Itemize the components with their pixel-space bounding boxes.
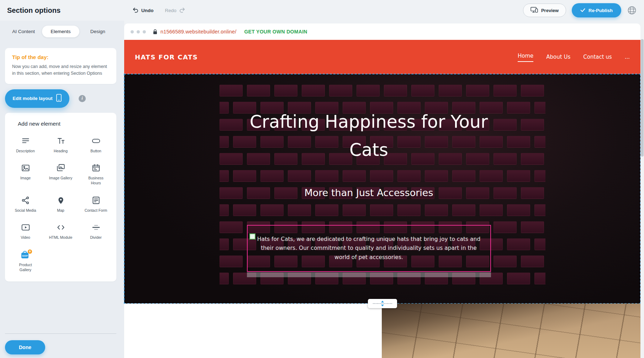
add-element-title: Add new element bbox=[8, 121, 114, 127]
element-item-button[interactable]: Button bbox=[78, 136, 114, 154]
lock-icon bbox=[153, 29, 157, 35]
element-drag-handle[interactable] bbox=[249, 233, 255, 239]
element-item-contact-form[interactable]: Contact Form bbox=[78, 195, 114, 213]
next-section-photo bbox=[382, 304, 640, 358]
check-icon bbox=[580, 8, 585, 13]
top-toolbar: Section options Undo Redo bbox=[0, 0, 644, 21]
site-nav: Home About Us Contact us ... bbox=[518, 52, 630, 62]
history-controls: Undo Redo bbox=[132, 0, 185, 21]
element-item-html-module[interactable]: HTML Module bbox=[43, 222, 78, 240]
image-gallery-icon bbox=[56, 163, 65, 173]
site-url: n1566589.websitebuilder.online/ bbox=[160, 29, 236, 35]
topbar-actions: Preview Re-Publish bbox=[523, 3, 637, 17]
image-icon bbox=[21, 163, 30, 173]
nav-item-more[interactable]: ... bbox=[625, 53, 630, 61]
edit-mobile-layout-button[interactable]: Edit mobile layout bbox=[5, 89, 69, 108]
nav-item-contact-us[interactable]: Contact us bbox=[583, 53, 612, 61]
done-button[interactable]: Done bbox=[5, 340, 45, 354]
element-item-image[interactable]: Image bbox=[8, 163, 43, 185]
footer-divider bbox=[5, 333, 116, 334]
next-section bbox=[124, 304, 640, 358]
get-domain-link[interactable]: GET YOUR OWN DOMAIN bbox=[242, 28, 309, 35]
element-item-image-gallery[interactable]: Image Gallery bbox=[43, 163, 78, 185]
redo-icon bbox=[179, 7, 185, 14]
site-header: HATS FOR CATS Home About Us Contact us .… bbox=[124, 40, 640, 74]
photo-shadow bbox=[382, 304, 640, 358]
edit-mobile-label: Edit mobile layout bbox=[13, 96, 53, 101]
sidebar-tabs: AI Content Elements Design bbox=[5, 26, 116, 37]
info-icon[interactable]: i bbox=[79, 95, 86, 102]
divider-icon bbox=[91, 222, 101, 233]
website-canvas: HATS FOR CATS Home About Us Contact us .… bbox=[124, 40, 640, 358]
hero-paragraph: Hats for Cats, we are dedicated to craft… bbox=[253, 235, 485, 262]
next-section-white-block bbox=[124, 304, 382, 358]
button-icon bbox=[91, 136, 101, 146]
tab-design[interactable]: Design bbox=[79, 26, 116, 37]
hero-heading[interactable]: Crafting Happiness for Your Cats bbox=[244, 108, 493, 164]
preview-devices-icon bbox=[530, 7, 538, 14]
mobile-layout-row: Edit mobile layout i bbox=[5, 89, 116, 108]
contact-form-icon bbox=[91, 195, 101, 206]
tip-of-the-day-card: Tip of the day: Now you can add, move an… bbox=[5, 48, 116, 84]
element-grid: Description Heading Button Image bbox=[8, 136, 114, 272]
hero-paragraph-selection[interactable]: Hats for Cats, we are dedicated to craft… bbox=[247, 225, 491, 272]
redo-button[interactable]: Redo bbox=[165, 7, 185, 14]
nav-item-home[interactable]: Home bbox=[518, 52, 533, 62]
vertical-scrollbar bbox=[640, 21, 644, 358]
map-pin-icon bbox=[56, 195, 65, 206]
tip-body: Now you can add, move and resize any ele… bbox=[12, 63, 109, 77]
resize-arrow-down-icon bbox=[381, 305, 384, 306]
tab-ai-content[interactable]: AI Content bbox=[5, 26, 42, 37]
element-item-heading[interactable]: Heading bbox=[43, 136, 78, 154]
element-item-video[interactable]: Video bbox=[8, 222, 43, 240]
element-item-product-gallery[interactable]: SHOP Product Gallery bbox=[8, 249, 43, 272]
redo-label: Redo bbox=[165, 8, 176, 13]
browser-chrome-bar: n1566589.websitebuilder.online/ GET YOUR… bbox=[124, 23, 640, 40]
html-code-icon bbox=[56, 222, 65, 233]
hero-section[interactable]: Crafting Happiness for Your Cats More th… bbox=[124, 74, 640, 304]
business-hours-icon bbox=[91, 163, 101, 173]
republish-button[interactable]: Re-Publish bbox=[572, 3, 621, 17]
tip-title: Tip of the day: bbox=[12, 54, 109, 60]
video-icon bbox=[21, 222, 30, 233]
globe-icon bbox=[627, 11, 637, 16]
paragraph-ghost-bar bbox=[247, 272, 491, 277]
element-item-business-hours[interactable]: Business Hours bbox=[78, 163, 114, 185]
language-globe-button[interactable] bbox=[627, 5, 637, 15]
hero-subheading[interactable]: More than Just Accessories bbox=[124, 187, 613, 198]
shop-badge-text: SHOP bbox=[22, 254, 28, 257]
site-preview-frame: n1566589.websitebuilder.online/ GET YOUR… bbox=[124, 21, 640, 358]
resize-dotted-line bbox=[373, 303, 392, 304]
product-gallery-shop-icon: SHOP bbox=[19, 249, 32, 260]
element-item-map[interactable]: Map bbox=[43, 195, 78, 213]
element-item-social-media[interactable]: Social Media bbox=[8, 195, 43, 213]
description-icon bbox=[21, 136, 30, 146]
site-logo[interactable]: HATS FOR CATS bbox=[135, 53, 198, 61]
section-resize-handle[interactable] bbox=[368, 299, 397, 308]
republish-label: Re-Publish bbox=[588, 8, 613, 13]
scrollbar-thumb[interactable] bbox=[641, 39, 644, 157]
add-element-card: Add new element Description Heading Butt… bbox=[5, 113, 116, 281]
section-options-sidebar: AI Content Elements Design Tip of the da… bbox=[0, 21, 124, 358]
preview-label: Preview bbox=[541, 8, 559, 13]
social-media-icon bbox=[21, 195, 30, 206]
window-dots-icon bbox=[131, 30, 146, 33]
page-title: Section options bbox=[7, 6, 60, 15]
resize-arrow-up-icon bbox=[381, 301, 384, 302]
phone-icon bbox=[56, 94, 62, 103]
sidebar-footer: Done bbox=[5, 333, 116, 358]
tab-elements[interactable]: Elements bbox=[42, 26, 79, 37]
nav-item-about-us[interactable]: About Us bbox=[546, 53, 570, 61]
undo-label: Undo bbox=[141, 8, 154, 13]
hero-content: Crafting Happiness for Your Cats More th… bbox=[124, 74, 613, 304]
element-item-divider[interactable]: Divider bbox=[78, 222, 114, 240]
element-item-description[interactable]: Description bbox=[8, 136, 43, 154]
undo-button[interactable]: Undo bbox=[132, 7, 154, 14]
preview-button[interactable]: Preview bbox=[523, 4, 566, 17]
heading-icon bbox=[56, 136, 65, 146]
undo-icon bbox=[132, 7, 138, 14]
